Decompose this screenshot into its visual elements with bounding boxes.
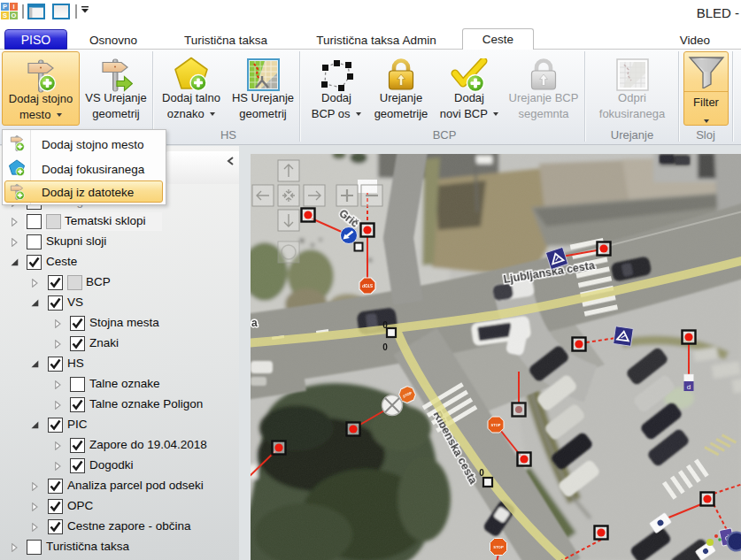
svg-text:S: S (3, 12, 7, 19)
svg-text:I: I (12, 3, 14, 11)
svg-text:P: P (3, 3, 7, 11)
svg-text:O: O (12, 12, 17, 19)
